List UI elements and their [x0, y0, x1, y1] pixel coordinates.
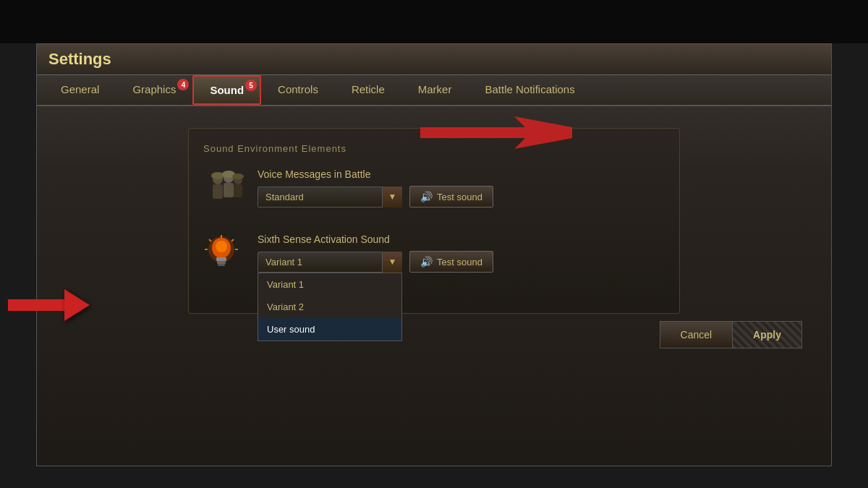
lightbulb-icon [203, 234, 247, 281]
sixth-sense-select[interactable]: Variant 1 Variant 2 User sound [258, 252, 402, 273]
bottom-buttons: Cancel Apply [660, 321, 802, 348]
voice-select-wrapper: Standard Variant 1 Variant 2 ▼ [258, 187, 402, 207]
svg-rect-2 [213, 184, 223, 199]
voice-test-sound-button[interactable]: 🔊 Test sound [409, 186, 493, 207]
svg-point-9 [232, 174, 244, 179]
sixth-sense-test-sound-button[interactable]: 🔊 Test sound [409, 251, 493, 273]
content-area: Sound Environment Elements [37, 106, 831, 335]
tab-graphics[interactable]: Graphics 4 [116, 75, 192, 105]
voice-messages-select[interactable]: Standard Variant 1 Variant 2 [258, 187, 402, 207]
speaker-icon-2: 🔊 [420, 256, 433, 267]
tab-battle-notifications[interactable]: Battle Notifications [468, 75, 591, 105]
svg-line-17 [209, 239, 211, 241]
voice-messages-controls: Voice Messages in Battle Standard Varian… [258, 168, 665, 207]
tab-marker[interactable]: Marker [401, 75, 469, 105]
dropdown-variant2[interactable]: Variant 2 [258, 296, 401, 318]
soldiers-icon [203, 168, 247, 215]
sixth-sense-row: Sixth Sense Activation Sound Variant 1 V… [203, 234, 665, 281]
sixth-sense-controls-row: Variant 1 Variant 2 User sound ▼ Variant… [258, 251, 665, 273]
svg-rect-13 [216, 257, 226, 261]
dropdown-user-sound[interactable]: User sound [258, 318, 401, 341]
settings-container: Settings General Graphics 4 Sound 5 Cont… [36, 43, 832, 466]
sixth-sense-label: Sixth Sense Activation Sound [258, 234, 665, 245]
settings-title: Settings [37, 44, 831, 75]
voice-messages-controls-row: Standard Variant 1 Variant 2 ▼ 🔊 Test so… [258, 186, 665, 207]
left-arrow-annotation [8, 289, 90, 321]
sixth-sense-controls: Sixth Sense Activation Sound Variant 1 V… [258, 234, 665, 273]
voice-messages-label: Voice Messages in Battle [258, 168, 665, 180]
svg-point-7 [211, 172, 224, 179]
red-arrow-head [64, 289, 90, 321]
top-bar [0, 0, 868, 43]
tab-controls[interactable]: Controls [261, 75, 335, 105]
tab-sound[interactable]: Sound 5 [192, 75, 261, 105]
arrow-shaft [8, 299, 66, 311]
tab-general[interactable]: General [44, 75, 116, 105]
apply-button[interactable]: Apply [733, 322, 801, 348]
svg-rect-6 [234, 184, 242, 197]
panel-title: Sound Environment Elements [203, 143, 665, 154]
speaker-icon: 🔊 [420, 191, 433, 202]
svg-rect-15 [218, 264, 225, 266]
sixth-sense-dropdown-menu: Variant 1 Variant 2 User sound [258, 273, 402, 341]
sixth-sense-select-wrapper: Variant 1 Variant 2 User sound ▼ Variant… [258, 252, 402, 273]
cancel-button[interactable]: Cancel [660, 322, 733, 348]
svg-point-12 [216, 241, 227, 252]
tab-reticle[interactable]: Reticle [335, 75, 401, 105]
graphics-badge: 4 [177, 79, 189, 90]
voice-messages-row: Voice Messages in Battle Standard Varian… [203, 168, 665, 215]
svg-rect-14 [217, 261, 226, 264]
tabs-bar: General Graphics 4 Sound 5 Controls Reti… [37, 75, 831, 106]
svg-line-18 [231, 239, 234, 241]
dropdown-variant1[interactable]: Variant 1 [258, 273, 401, 296]
svg-rect-4 [224, 183, 234, 197]
sound-panel: Sound Environment Elements [188, 128, 680, 314]
sound-badge: 5 [245, 80, 257, 91]
